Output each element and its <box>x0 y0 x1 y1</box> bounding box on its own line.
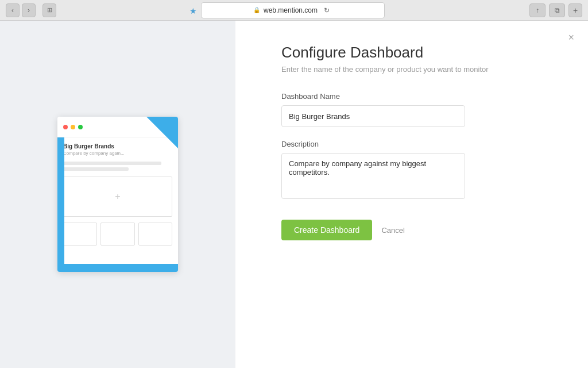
preview-card-header <box>57 117 178 137</box>
main-layout: Big Burger Brands Compare by company aga… <box>0 21 588 368</box>
lock-icon: 🔒 <box>253 7 260 13</box>
star-icon: ★ <box>189 6 197 16</box>
back-button[interactable]: ‹ <box>6 3 20 17</box>
form-actions: Create Dashboard Cancel <box>281 220 542 240</box>
browser-actions: ↑ ⧉ + <box>529 3 582 17</box>
preview-content: Big Burger Brands Compare by company aga… <box>57 137 178 251</box>
left-panel: Big Burger Brands Compare by company aga… <box>0 21 235 368</box>
preview-lines <box>63 162 172 171</box>
sidebar-button[interactable]: ⊞ <box>42 3 56 17</box>
preview-line-1 <box>63 162 161 165</box>
close-button[interactable]: × <box>568 32 574 43</box>
preview-card: Big Burger Brands Compare by company aga… <box>57 117 178 272</box>
name-label: Dashboard Name <box>281 92 542 101</box>
traffic-light-green <box>78 125 83 129</box>
form-subtitle: Enter the name of the company or product… <box>281 65 542 74</box>
address-bar[interactable]: ★ 🔒 web.mention.com ↻ <box>201 2 385 18</box>
add-tab-button[interactable]: + <box>568 3 582 17</box>
cancel-button[interactable]: Cancel <box>381 226 404 235</box>
url-text: web.mention.com <box>264 6 318 14</box>
description-label: Description <box>281 140 542 148</box>
preview-line-2 <box>63 167 129 171</box>
dashboard-name-input[interactable] <box>281 105 465 127</box>
preview-main-chart: + <box>63 177 172 217</box>
plus-icon: + <box>115 191 120 202</box>
preview-small-box-3 <box>138 223 172 246</box>
traffic-light-yellow <box>71 125 75 129</box>
refresh-button[interactable]: ↻ <box>321 5 332 16</box>
preview-blue-corner <box>146 117 178 148</box>
forward-button[interactable]: › <box>22 3 36 17</box>
right-panel: × Configure Dashboard Enter the name of … <box>235 21 588 368</box>
share-button[interactable]: ↑ <box>529 3 546 17</box>
traffic-light-red <box>63 125 68 129</box>
create-dashboard-button[interactable]: Create Dashboard <box>281 220 372 240</box>
browser-chrome: ‹ › ⊞ ★ 🔒 web.mention.com ↻ ↑ ⧉ + <box>0 0 588 21</box>
preview-small-boxes <box>63 223 172 246</box>
browser-nav: ‹ › <box>6 3 36 17</box>
preview-blue-bar <box>57 264 178 272</box>
form-title: Configure Dashboard <box>281 44 542 62</box>
copy-button[interactable]: ⧉ <box>549 3 565 17</box>
preview-small-box-2 <box>100 223 134 246</box>
address-bar-wrapper: ★ 🔒 web.mention.com ↻ <box>61 2 525 18</box>
preview-blue-left <box>57 137 64 264</box>
description-input[interactable]: Compare by company against my biggest co… <box>281 153 465 199</box>
preview-small-box-1 <box>63 223 97 246</box>
preview-card-subtitle: Compare by company again... <box>63 151 172 156</box>
